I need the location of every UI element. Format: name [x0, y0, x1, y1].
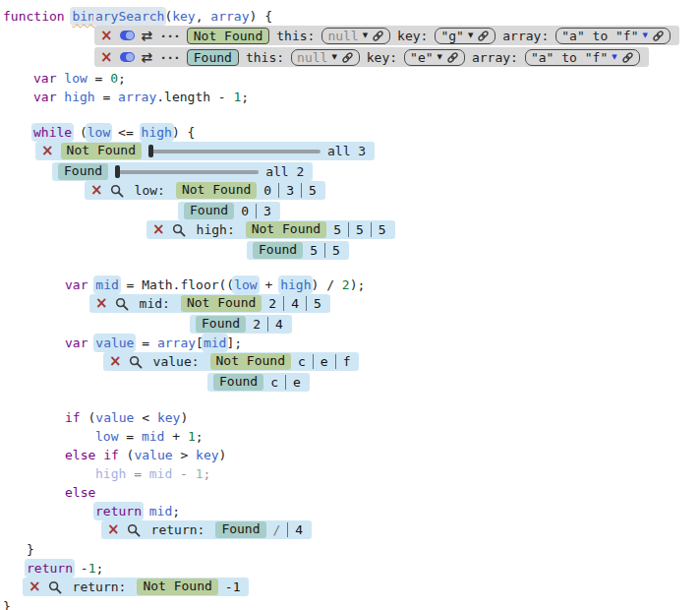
token: ; [95, 561, 103, 576]
token: 1 [196, 466, 204, 481]
value-divider-icon [348, 222, 349, 237]
example-row: ×⇄···Not Foundthis:null▼key:"g"▼array:"a… [94, 26, 679, 45]
probe-row: ×high:Not Found555 [146, 220, 395, 239]
code-line: var high = array.length - 1; [33, 88, 700, 106]
param-value: "a" to "f" [531, 50, 608, 65]
chevron-down-icon: ▼ [643, 32, 648, 39]
probe-value: 2 [268, 294, 276, 313]
probe-value: 5 [333, 220, 341, 239]
token: mid [142, 429, 164, 444]
delete-probe-button[interactable]: × [107, 521, 120, 538]
example-name-badge[interactable]: Not Found [187, 28, 269, 44]
probe-line: Found03 [3, 201, 700, 220]
example-badge: Found [215, 521, 265, 538]
param-value-select[interactable]: "a" to "f"▼ [525, 49, 640, 66]
token: = [95, 90, 118, 104]
code-line: var low = 0; [33, 69, 700, 88]
token: ; [241, 90, 249, 104]
link-icon[interactable] [652, 30, 665, 42]
code-editor[interactable]: function binarySearch(key, array) {×⇄···… [3, 7, 700, 610]
link-icon[interactable] [621, 51, 634, 64]
delete-probe-button[interactable]: × [152, 221, 165, 238]
delete-slider-button[interactable]: × [41, 143, 54, 159]
link-icon[interactable] [477, 30, 490, 42]
token: - [172, 466, 195, 481]
param-value-select[interactable]: "a" to "f"▼ [555, 28, 671, 44]
token: ) [219, 448, 227, 462]
token: ; [196, 429, 204, 444]
chevron-down-icon: ▼ [331, 54, 336, 61]
magnifier-icon [110, 184, 124, 198]
token: ) { [250, 9, 272, 24]
tracked-token: while [33, 125, 72, 140]
probe-value: 0 [263, 181, 271, 200]
delete-probe-button[interactable]: × [90, 182, 103, 199]
param-value-select[interactable]: null▼ [321, 28, 390, 44]
delete-probe-button[interactable]: × [95, 295, 108, 312]
magnifier-icon [48, 580, 62, 594]
token: else [65, 485, 95, 500]
link-icon[interactable] [446, 51, 459, 64]
token: ) [180, 410, 188, 425]
code-line: var value = array[mid]; [65, 334, 700, 352]
probe-value: 4 [291, 294, 299, 313]
probe-value: 0 [241, 202, 249, 220]
tracked-token: low [234, 277, 257, 292]
link-icon[interactable] [341, 51, 354, 64]
delete-probe-button[interactable]: × [109, 353, 122, 370]
slider-handle[interactable] [115, 165, 120, 178]
token: ; [172, 504, 180, 518]
probe-value: 4 [275, 315, 283, 334]
param-value-select[interactable]: null▼ [291, 49, 360, 66]
more-options-button[interactable]: ··· [159, 29, 179, 43]
magnifier-icon [129, 355, 143, 369]
probe-value: 5 [379, 220, 386, 239]
swap-arrows-button[interactable]: ⇄ [142, 50, 153, 64]
token [142, 504, 149, 518]
probe-value: / [273, 520, 281, 539]
swap-arrows-button[interactable]: ⇄ [142, 29, 153, 42]
probe-value: 2 [253, 315, 261, 334]
token: <= [110, 125, 141, 140]
probe-row: ×low:Not Found035 [85, 181, 325, 200]
example-badge: Not Found [246, 221, 326, 238]
tracked-token: bin [72, 9, 94, 24]
delete-example-button[interactable]: × [100, 49, 113, 66]
delete-example-button[interactable]: × [100, 28, 113, 44]
iteration-slider[interactable] [148, 150, 321, 153]
param-value: "e" [410, 50, 433, 65]
example-name-badge[interactable]: Found [187, 49, 239, 66]
probe-line: Foundce [3, 372, 700, 392]
probe-line: ×return:Found/4 [3, 520, 700, 540]
probe-row: ×mid:Not Found245 [89, 294, 330, 313]
delete-probe-button[interactable]: × [29, 579, 41, 595]
tracked-token: mid [95, 277, 118, 292]
param-value-select[interactable]: "e"▼ [404, 49, 465, 66]
token: } [27, 542, 34, 557]
param-value-select[interactable]: "g"▼ [435, 28, 496, 44]
probe-value: c [298, 352, 306, 371]
value-divider-icon [283, 296, 284, 311]
example-toggle[interactable] [120, 52, 135, 62]
magnifier-icon [172, 223, 186, 237]
probe-variable-label: mid: [140, 294, 170, 313]
example-toggle[interactable] [120, 30, 135, 40]
slider-handle[interactable] [148, 145, 153, 157]
value-divider-icon [256, 204, 257, 218]
code-line: function binarySearch(key, array) { [3, 7, 700, 26]
probe-variable-label: return: [151, 520, 205, 539]
toggle-knob-icon [126, 31, 134, 39]
example-badge: Not Found [181, 295, 262, 312]
link-icon[interactable] [372, 30, 384, 42]
token: 0 [110, 71, 118, 86]
token: array [157, 336, 196, 350]
probe-variable-label: high: [197, 220, 235, 239]
iteration-slider[interactable] [115, 170, 259, 174]
token: ); [350, 277, 366, 292]
chevron-down-icon: ▼ [363, 32, 368, 39]
probe-row: Found03 [178, 202, 280, 220]
more-options-button[interactable]: ··· [159, 50, 179, 65]
probe-value: 5 [314, 294, 321, 313]
param-label: key: [397, 29, 428, 43]
token: ; [118, 71, 126, 86]
